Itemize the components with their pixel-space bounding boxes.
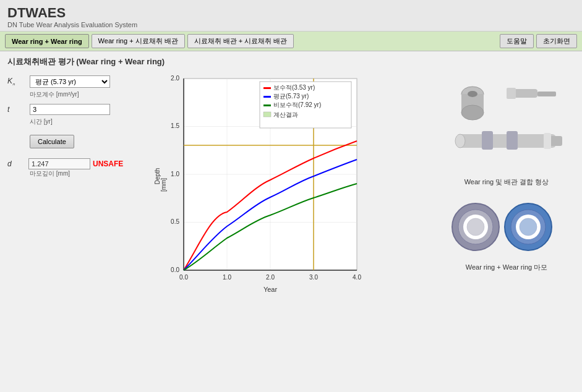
svg-point-56 xyxy=(467,218,484,236)
svg-text:3.0: 3.0 xyxy=(309,274,318,281)
t-sublabel: 시간 [yr] xyxy=(30,117,143,126)
svg-rect-49 xyxy=(507,131,518,150)
d-result-row: d UNSAFE xyxy=(7,158,143,169)
svg-rect-47 xyxy=(544,133,551,149)
nav-right-buttons: 도움말 초기화면 xyxy=(500,34,577,48)
svg-rect-33 xyxy=(263,104,271,106)
svg-point-57 xyxy=(520,218,537,236)
svg-point-46 xyxy=(455,134,465,148)
d-label: d xyxy=(7,160,26,168)
svg-text:1.0: 1.0 xyxy=(223,274,231,281)
chart-area: 2.0 1.5 1.0 0.5 0.0 0.0 1.0 2.0 3.0 4.0 … xyxy=(150,72,432,309)
svg-text:1.5: 1.5 xyxy=(171,122,179,129)
svg-rect-29 xyxy=(263,87,271,89)
svg-text:보수적(3.53 yr): 보수적(3.53 yr) xyxy=(273,84,315,91)
t-param-row: t xyxy=(7,104,143,115)
app-title: DTWAES xyxy=(7,5,575,21)
calculate-button[interactable]: Calculate xyxy=(30,135,74,148)
svg-point-39 xyxy=(461,105,484,120)
unsafe-badge: UNSAFE xyxy=(93,160,123,168)
page-title: 시료채취배관 평가 (Wear ring + Wear ring) xyxy=(0,51,582,72)
svg-point-40 xyxy=(468,91,477,97)
k-label: Kₙ xyxy=(7,77,26,87)
t-label: t xyxy=(7,105,26,114)
svg-text:0.5: 0.5 xyxy=(171,218,179,225)
d-sublabel: 마모깊이 [mm] xyxy=(30,169,143,178)
svg-text:0.0: 0.0 xyxy=(179,274,188,281)
calc-btn-wrapper: Calculate xyxy=(30,131,143,148)
tube-label: Wear ring 및 배관 결합 형상 xyxy=(464,177,549,187)
dual-ring-illustration xyxy=(445,199,568,257)
help-button[interactable]: 도움말 xyxy=(500,34,534,48)
tab-pipe-pipe[interactable]: 시료채취 배관 + 시료채취 배관 xyxy=(187,34,294,48)
k-param-row: Kₙ 평균 (5.73 yr) 보수적 (3.53 yr) 비보수적 (7.92… xyxy=(7,75,143,88)
app-subtitle: DN Tube Wear Analysis Evaluation System xyxy=(7,21,575,28)
right-panel: Wear ring 및 배관 결합 형상 Wear ring + Wear ri… xyxy=(439,72,575,309)
svg-text:[mm]: [mm] xyxy=(160,178,167,192)
svg-text:1.0: 1.0 xyxy=(171,171,179,177)
svg-rect-35 xyxy=(263,112,271,117)
svg-text:2.0: 2.0 xyxy=(266,274,275,281)
chart-svg: 2.0 1.5 1.0 0.5 0.0 0.0 1.0 2.0 3.0 4.0 … xyxy=(150,72,391,307)
header: DTWAES DN Tube Wear Analysis Evaluation … xyxy=(0,0,582,32)
ring-label: Wear ring + Wear ring 마모 xyxy=(466,263,548,272)
tube-illustration xyxy=(445,75,568,171)
t-input[interactable] xyxy=(30,104,110,115)
reset-button[interactable]: 초기화면 xyxy=(536,34,577,48)
svg-text:0.0: 0.0 xyxy=(171,266,179,273)
svg-rect-42 xyxy=(537,92,556,96)
svg-rect-48 xyxy=(482,131,493,150)
k-sublabel: 마모계수 [mm²/yr] xyxy=(30,90,143,99)
navigation: Wear ring + Wear ring Wear ring + 시료채취 배… xyxy=(0,32,582,51)
svg-text:2.0: 2.0 xyxy=(171,75,179,82)
svg-text:비보수적(7.92 yr): 비보수적(7.92 yr) xyxy=(273,101,321,108)
tube-svg xyxy=(445,75,568,171)
svg-text:4.0: 4.0 xyxy=(353,274,361,281)
svg-text:평균(5.73 yr): 평균(5.73 yr) xyxy=(273,93,309,100)
main-content: Kₙ 평균 (5.73 yr) 보수적 (3.53 yr) 비보수적 (7.92… xyxy=(0,72,582,315)
svg-rect-45 xyxy=(550,136,562,146)
tab-wear-wear[interactable]: Wear ring + Wear ring xyxy=(5,34,89,48)
d-output xyxy=(28,158,90,169)
left-panel: Kₙ 평균 (5.73 yr) 보수적 (3.53 yr) 비보수적 (7.92… xyxy=(7,72,143,309)
svg-rect-43 xyxy=(507,88,516,99)
tab-wear-pipe[interactable]: Wear ring + 시료채취 배관 xyxy=(92,34,185,48)
svg-text:계산결과: 계산결과 xyxy=(273,111,298,118)
nav-tabs: Wear ring + Wear ring Wear ring + 시료채취 배… xyxy=(5,34,500,48)
k-select[interactable]: 평균 (5.73 yr) 보수적 (3.53 yr) 비보수적 (7.92 yr… xyxy=(30,75,110,88)
rings-svg xyxy=(445,199,568,255)
svg-rect-31 xyxy=(263,96,271,98)
svg-text:Year: Year xyxy=(263,286,278,293)
